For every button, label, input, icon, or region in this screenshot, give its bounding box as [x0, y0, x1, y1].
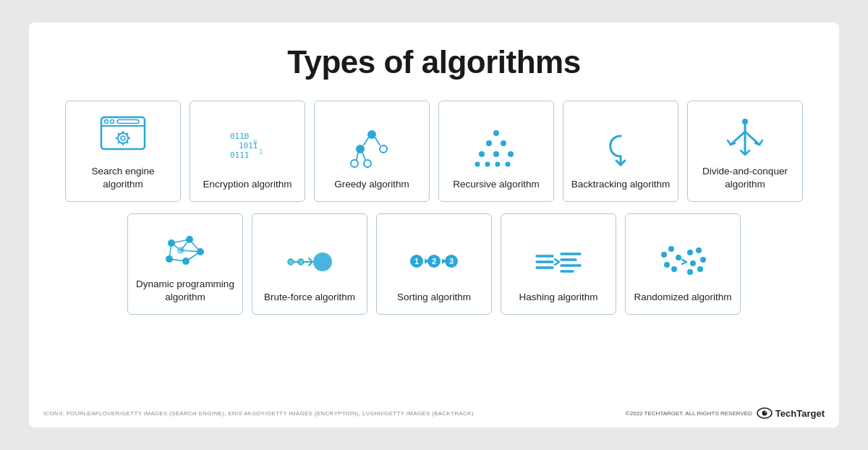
svg-point-6 [121, 136, 125, 140]
svg-point-38 [475, 162, 480, 167]
svg-point-34 [501, 140, 506, 146]
svg-point-37 [508, 151, 514, 157]
algo-encryption: 0110 1011 0111 1 0 1 Encryption algorith… [190, 101, 305, 202]
svg-point-32 [493, 130, 499, 136]
svg-line-12 [127, 142, 128, 143]
svg-point-35 [479, 151, 485, 157]
algo-greedy: Greedy algorithm [314, 101, 430, 202]
svg-point-86 [687, 250, 693, 255]
svg-point-33 [486, 140, 492, 146]
svg-line-29 [362, 153, 365, 161]
algo-sorting: 1 2 3 Sorting algorithm [376, 213, 492, 315]
footer-credits: ICONS: FOURLEAFLOVER/GETTY IMAGES (SEARC… [43, 410, 474, 417]
search-engine-icon [98, 114, 148, 158]
svg-text:0111: 0111 [230, 150, 250, 160]
copyright-text: ©2022 TECHTARGET. ALL RIGHTS RESERVED [626, 410, 752, 417]
svg-line-13 [127, 133, 128, 135]
svg-point-91 [687, 269, 693, 275]
hashing-icon [533, 240, 584, 284]
footer: ICONS: FOURLEAFLOVER/GETTY IMAGES (SEARC… [29, 407, 839, 419]
svg-point-87 [696, 247, 702, 253]
randomized-icon [658, 240, 708, 284]
footer-copyright: ©2022 TECHTARGET. ALL RIGHTS RESERVED Te… [626, 407, 825, 419]
svg-point-23 [380, 145, 387, 153]
svg-point-63 [288, 259, 294, 265]
brute-force-icon [284, 240, 335, 284]
greedy-icon [346, 127, 397, 171]
svg-point-40 [495, 162, 501, 167]
page-title: Types of algorithms [287, 44, 580, 80]
techtarget-icon [757, 407, 773, 419]
svg-line-28 [357, 153, 358, 161]
svg-point-5 [118, 133, 128, 143]
brute-force-label: Brute-force algorithm [264, 291, 355, 304]
svg-line-56 [190, 239, 200, 252]
svg-line-27 [375, 137, 380, 145]
svg-text:1: 1 [259, 148, 263, 156]
svg-point-41 [506, 162, 511, 167]
svg-point-81 [661, 252, 667, 258]
row-2: Dynamic programming algorithm [58, 213, 810, 315]
dynamic-programming-icon [160, 227, 210, 271]
backtracking-icon [595, 127, 646, 171]
svg-text:2: 2 [432, 257, 436, 266]
encryption-icon: 0110 1011 0111 1 0 1 [222, 127, 273, 171]
svg-point-3 [111, 120, 114, 124]
svg-point-31 [357, 145, 364, 153]
divide-conquer-icon [720, 114, 770, 158]
recursive-label: Recursive algorithm [453, 178, 539, 191]
algorithm-grid: Search engine algorithm 0110 1011 0111 1… [58, 101, 810, 315]
hashing-label: Hashing algorithm [519, 291, 598, 304]
divide-conquer-label: Divide-and-conquer algorithm [694, 165, 796, 191]
svg-text:1: 1 [414, 257, 419, 266]
algo-dynamic-programming: Dynamic programming algorithm [127, 213, 243, 315]
algo-randomized: Randomized algorithm [625, 213, 741, 315]
svg-text:3: 3 [449, 257, 454, 266]
main-card: Types of algorithms [29, 22, 839, 428]
algo-backtracking: Backtracking algorithm [563, 101, 678, 202]
svg-point-93 [762, 411, 767, 416]
sorting-icon: 1 2 3 [409, 240, 459, 284]
svg-line-11 [118, 133, 119, 135]
svg-point-24 [351, 160, 358, 167]
svg-point-2 [105, 120, 109, 124]
dynamic-programming-label: Dynamic programming algorithm [134, 278, 237, 304]
svg-point-82 [668, 246, 674, 252]
svg-point-83 [676, 255, 681, 260]
svg-point-89 [690, 260, 696, 266]
svg-point-88 [700, 257, 706, 263]
algo-brute-force: Brute-force algorithm [252, 213, 367, 315]
svg-line-57 [186, 252, 200, 261]
svg-point-94 [765, 412, 766, 413]
svg-line-60 [171, 243, 181, 250]
svg-point-25 [364, 160, 371, 167]
svg-rect-4 [117, 120, 139, 124]
algo-recursive: Recursive algorithm [438, 101, 554, 202]
svg-line-47 [745, 132, 760, 145]
algo-hashing: Hashing algorithm [501, 213, 616, 315]
svg-point-67 [313, 252, 332, 271]
greedy-label: Greedy algorithm [334, 178, 409, 191]
techtarget-label: TechTarget [775, 408, 825, 419]
backtracking-label: Backtracking algorithm [571, 178, 671, 191]
encryption-label: Encryption algorithm [203, 178, 292, 191]
techtarget-brand: TechTarget [757, 407, 825, 419]
svg-line-46 [731, 132, 745, 145]
sorting-label: Sorting algorithm [397, 291, 471, 304]
svg-text:1: 1 [243, 133, 247, 140]
svg-point-84 [664, 262, 670, 268]
svg-text:0: 0 [253, 139, 257, 146]
svg-point-36 [493, 151, 499, 157]
svg-point-30 [368, 131, 375, 138]
svg-point-64 [298, 259, 304, 265]
svg-point-90 [697, 266, 703, 272]
algo-search-engine: Search engine algorithm [65, 101, 181, 202]
recursive-icon [471, 127, 522, 171]
algo-divide-conquer: Divide-and-conquer algorithm [687, 101, 803, 202]
svg-point-48 [742, 119, 748, 124]
svg-point-85 [671, 266, 677, 272]
search-engine-label: Search engine algorithm [72, 165, 174, 191]
svg-point-39 [485, 162, 490, 167]
row-1: Search engine algorithm 0110 1011 0111 1… [58, 101, 810, 202]
randomized-label: Randomized algorithm [634, 291, 731, 304]
